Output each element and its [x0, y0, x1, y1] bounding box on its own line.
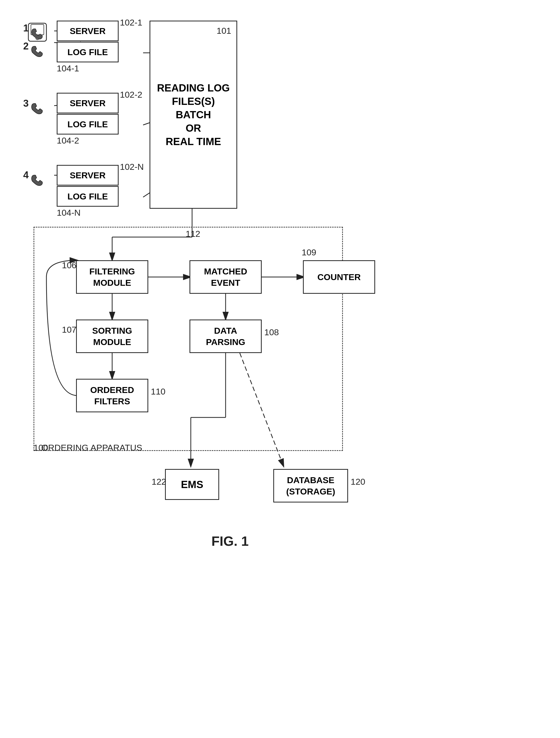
ref-102-N: 102-N: [120, 162, 144, 172]
phone-4: [26, 167, 49, 191]
logfile3-box: LOG FILE: [57, 186, 118, 207]
ordering-apparatus-label: ORDERING APPARATUS: [41, 443, 142, 453]
counter-box: COUNTER: [303, 260, 375, 294]
filtering-module-box: FILTERINGMODULE: [76, 260, 148, 294]
ems-box: EMS: [165, 469, 219, 500]
sorting-module-box: SORTINGMODULE: [76, 320, 148, 353]
ref-100: 100: [33, 443, 48, 453]
ref-122: 122: [152, 477, 166, 487]
server1-box: SERVER: [57, 21, 118, 41]
server2-box: SERVER: [57, 93, 118, 113]
phone-2: [26, 38, 49, 62]
ref-107: 107: [62, 325, 76, 335]
server3-box: SERVER: [57, 165, 118, 186]
ref-104-2: 104-2: [57, 135, 79, 145]
phone-3: [26, 95, 49, 119]
ref-120: 120: [351, 477, 365, 487]
ref-104-1: 104-1: [57, 63, 79, 73]
phone-label-3: 3: [23, 98, 29, 109]
ref-112: 112: [186, 229, 200, 239]
ref-102-2: 102-2: [120, 90, 142, 100]
phone-label-2: 2: [23, 41, 29, 52]
ref-108: 108: [264, 327, 279, 337]
phone-label-4: 4: [23, 169, 29, 180]
ref-104-N: 104-N: [57, 208, 81, 218]
ref-109: 109: [302, 247, 316, 258]
logfile2-box: LOG FILE: [57, 114, 118, 134]
ref-110: 110: [151, 387, 166, 397]
logfile1-box: LOG FILE: [57, 42, 118, 62]
ref-101: 101: [217, 26, 231, 36]
ordered-filters-box: ORDEREDFILTERS: [76, 379, 148, 412]
ref-106: 106: [62, 260, 76, 270]
matched-event-box: MATCHEDEVENT: [190, 260, 262, 294]
phone-label-1: 1: [23, 23, 29, 34]
diagram: 1 2 3 4 SERVER LOG FILE 102-1 104-1 SERV…: [0, 0, 560, 738]
database-box: DATABASE(STORAGE): [273, 469, 348, 502]
ref-102-1: 102-1: [120, 18, 142, 28]
fig-label: FIG. 1: [211, 533, 249, 549]
data-parsing-box: DATAPARSING: [190, 320, 262, 353]
reading-box: READING LOGFILES(S)BATCHORREAL TIME: [150, 21, 237, 209]
